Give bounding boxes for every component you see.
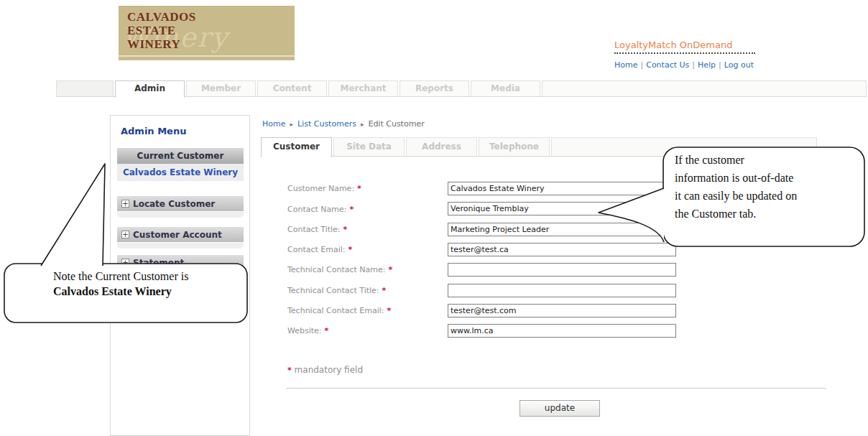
calvados-estate-winery-logo: Winery CALVADOS ESTATE WINERY [119, 6, 295, 60]
header-link-log-out[interactable]: Log out [724, 60, 754, 70]
tab-media[interactable]: Media [471, 80, 540, 96]
required-asterisk: * [357, 184, 361, 193]
contact-title-label: Contact Title:* [287, 225, 347, 234]
brand-title: LoyaltyMatch OnDemand [614, 40, 732, 50]
required-asterisk: * [348, 245, 353, 254]
tab-telephone[interactable]: Telephone [479, 137, 550, 156]
website-input[interactable] [448, 324, 676, 338]
callout-current-customer: Note the Current Customer is Calvados Es… [0, 161, 256, 328]
required-asterisk: * [343, 225, 348, 234]
tab-customer[interactable]: Customer [261, 137, 332, 157]
header-link-home[interactable]: Home [614, 60, 637, 70]
breadcrumb-current-page: Edit Customer [368, 119, 424, 129]
required-asterisk: * [349, 205, 354, 214]
callout-left-text: Note the Current Customer is Calvados Es… [53, 269, 188, 299]
tab-admin[interactable]: Admin [115, 80, 185, 98]
header-link-help[interactable]: Help [698, 60, 716, 70]
technical-contact-name-input[interactable] [448, 263, 676, 277]
contact-email-label: Contact Email:* [287, 245, 352, 254]
nav-spacer-tab-right [542, 80, 867, 96]
required-asterisk: * [387, 306, 392, 315]
technical-contact-title-label: Technical Contact Title:* [287, 286, 386, 295]
callout-right-text: If the customer information is out-of-da… [675, 151, 797, 223]
technical-contact-name-label: Technical Contact Name:* [287, 265, 392, 274]
technical-contact-email-input[interactable] [448, 304, 676, 317]
customer-name-label: Customer Name:* [287, 184, 361, 193]
tab-content[interactable]: Content [257, 80, 327, 96]
header-links: Home|Contact Us|Help|Log out [614, 60, 754, 70]
callout-bubble-shape [0, 161, 256, 328]
nav-spacer-tab [56, 80, 114, 96]
page: Winery CALVADOS ESTATE WINERY LoyaltyMat… [0, 0, 868, 436]
breadcrumb-home[interactable]: Home [262, 119, 285, 129]
mandatory-field-note: * mandatory field [287, 365, 363, 375]
tab-merchant[interactable]: Merchant [328, 80, 398, 96]
required-asterisk: * [325, 326, 329, 335]
required-asterisk: * [287, 366, 292, 375]
form-divider [286, 388, 826, 389]
breadcrumb-list-customers[interactable]: List Customers [297, 119, 356, 129]
logo-bottom-rule [119, 55, 295, 57]
website-label: Website:* [287, 326, 328, 335]
required-asterisk: * [388, 265, 392, 274]
main-nav-bar: Admin Member Content Merchant Reports Me… [56, 80, 867, 97]
logo-text: CALVADOS ESTATE WINERY [127, 10, 196, 51]
contact-name-label: Contact Name:* [287, 205, 354, 214]
breadcrumb-separator-icon: ▸ [361, 121, 364, 128]
tab-site-data[interactable]: Site Data [333, 137, 405, 156]
breadcrumb: Home▸List Customers▸Edit Customer [262, 119, 425, 129]
technical-contact-title-input[interactable] [448, 284, 676, 297]
brand-dotted-rule [614, 52, 755, 54]
technical-contact-email-label: Technical Contact Email:* [287, 306, 391, 315]
tab-address[interactable]: Address [406, 137, 477, 156]
tab-member[interactable]: Member [186, 80, 256, 96]
tab-reports[interactable]: Reports [400, 80, 469, 96]
header-link-contact-us[interactable]: Contact Us [646, 60, 689, 70]
sidebar-title: Admin Menu [121, 126, 186, 136]
required-asterisk: * [382, 286, 387, 295]
breadcrumb-separator-icon: ▸ [290, 121, 293, 128]
update-button[interactable]: update [520, 400, 600, 417]
callout-customer-tab: If the customer information is out-of-da… [588, 144, 868, 251]
